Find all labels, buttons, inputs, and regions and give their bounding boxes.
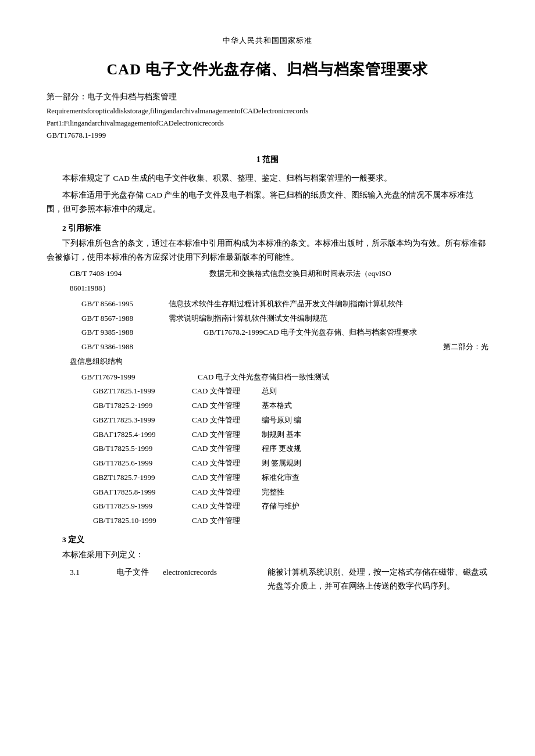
std-row-7: GB/T17825.2-1999 CAD 文件管理 基本格式 [47,399,488,413]
std-col3-13: 完整性 [262,486,284,499]
document-container: 中华人民共和国国家标准 CAD 电子文件光盘存储、归档与档案管理要求 第一部分：… [47,35,488,593]
std-col2-13: CAD 文件管理 [192,486,262,499]
std-id-3: GB/T 9385-1988 [81,326,169,339]
std-id-11: GB/T17825.6-1999 [93,457,192,470]
def-english-3-1: electronicrecords [163,565,268,593]
std-col2-10: CAD 文件管理 [192,442,262,456]
std-row-15: GB/T17825.10-1999 CAD 文件管理 [47,514,488,528]
section3-heading: 3 定义 [47,533,488,546]
std-col2-9: CAD 文件管理 [192,428,262,442]
section2-para1: 下列标准所包含的条文，通过在本标准中引用而构成为本标准的条文。本标准出版时，所示… [47,237,488,264]
std-desc-0: 数据元和交换格式信息交换日期和时间表示法（eqvISO [163,267,488,281]
std-id-8: GBZT17825.3-1999 [93,414,192,427]
standards-list: GB/T 7408-1994 数据元和交换格式信息交换日期和时间表示法（eqvI… [47,267,488,528]
std-col2-7: CAD 文件管理 [192,399,262,413]
document-subtitle: 第一部分：电子文件归档与档案管理 [47,91,488,103]
std-desc-2: 需求说明编制指南计算机软件测试文件编制规范 [169,312,488,325]
std-id-2: GB/T 8567-1988 [81,312,169,325]
std-id-6: GBZT17825.1-1999 [93,385,192,398]
std-desc-5: CAD 电子文件光盘存储归档一致性测试 [198,371,488,384]
std-id-0: GB/T 7408-1994 [70,267,163,281]
std-row-1: GB/T 8566-1995 信息技术软件生存期过程计算机软件产品开发文件编制指… [47,298,488,311]
std-id-13: GBAΓ17825.8-1999 [93,486,192,499]
section1-para2: 本标准适用于光盘存储 CAD 产生的电子文件及电子档案。将已归档的纸质文件、图纸… [47,188,488,216]
document-english-line2: Part1:FilingandarchivalmagagementofCADel… [47,118,488,129]
std-col3-6: 总则 [262,385,277,398]
std-col3-9: 制规则 基本 [262,428,301,442]
std-id-12: GBZT17825.7-1999 [93,471,192,485]
std-col2-14: CAD 文件管理 [192,500,262,513]
std-id-9: GBAΓ17825.4-1999 [93,428,192,442]
def-content-3-1: 能被计算机系统识别、处理，按一定格式存储在磁带、磁盘或光盘等介质上，并可在网络上… [268,565,488,593]
std-desc-0b: 8601:1988） [70,284,110,292]
section1-heading: 1 范围 [47,153,488,166]
std-col3-8: 编号原则 编 [262,414,301,427]
std-row-2: GB/T 8567-1988 需求说明编制指南计算机软件测试文件编制规范 [47,312,488,325]
std-row-10: GB/T17825.5-1999 CAD 文件管理 程序 更改规 [47,442,488,456]
std-row-8: GBZT17825.3-1999 CAD 文件管理 编号原则 编 [47,414,488,427]
std-col3-11: 则 签属规则 [262,457,301,470]
document-english-line1: Requirementsforopticaldiskstorage,filing… [47,106,488,117]
std-id-15: GB/T17825.10-1999 [93,514,192,528]
std-row-13: GBAΓ17825.8-1999 CAD 文件管理 完整性 [47,486,488,499]
std-col3-7: 基本格式 [262,399,292,413]
section1-para1: 本标准规定了 CAD 生成的电子文件收集、积累、整理、鉴定、归档与档案管理的一般… [47,171,488,185]
std-row-6: GBZT17825.1-1999 CAD 文件管理 总则 [47,385,488,398]
std-id-5: GB/T17679-1999 [81,371,198,384]
std-col2-11: CAD 文件管理 [192,457,262,470]
std-col2-12: CAD 文件管理 [192,471,262,485]
std-row-4b: 盘信息组织结构 [47,355,488,368]
std-row-11: GB/T17825.6-1999 CAD 文件管理 则 签属规则 [47,457,488,470]
std-row-12: GBZT17825.7-1999 CAD 文件管理 标准化审查 [47,471,488,485]
std-row-4: GB/T 9386-1988 第二部分：光 [47,341,488,354]
std-desc-4: 第二部分：光 [169,341,488,354]
std-desc-3: GB/T17678.2-1999CAD 电子文件光盘存储、归档与档案管理要求 [169,326,488,339]
std-col3-10: 程序 更改规 [262,442,301,456]
national-standard-label: 中华人民共和国国家标准 [47,35,488,47]
std-col2-6: CAD 文件管理 [192,385,262,398]
std-row-3: GB/T 9385-1988 GB/T17678.2-1999CAD 电子文件光… [47,326,488,339]
std-row-9: GBAΓ17825.4-1999 CAD 文件管理 制规则 基本 [47,428,488,442]
std-desc-1: 信息技术软件生存期过程计算机软件产品开发文件编制指南计算机软件 [169,298,488,311]
std-row-0: GB/T 7408-1994 数据元和交换格式信息交换日期和时间表示法（eqvI… [47,267,488,281]
std-id-10: GB/T17825.5-1999 [93,442,192,456]
std-row-14: GB/T17825.9-1999 CAD 文件管理 存储与维护 [47,500,488,513]
section2-heading: 2 引用标准 [47,222,488,235]
std-row-0b: 8601:1988） [47,282,488,295]
std-id-7: GB/T17825.2-1999 [93,399,192,413]
def-term-3-1: 电子文件 [105,565,163,593]
document-standard-id: GB/T17678.1-1999 [47,130,488,142]
std-id-4: GB/T 9386-1988 [81,341,169,354]
section3-para1: 本标准采用下列定义： [47,548,488,562]
std-col2-8: CAD 文件管理 [192,414,262,427]
std-col2-15: CAD 文件管理 [192,514,262,528]
std-row-5: GB/T17679-1999 CAD 电子文件光盘存储归档一致性测试 [47,371,488,384]
def-num-3-1: 3.1 [70,565,105,593]
definition-3-1: 3.1 电子文件 electronicrecords 能被计算机系统识别、处理，… [47,565,488,593]
document-main-title: CAD 电子文件光盘存储、归档与档案管理要求 [47,58,488,82]
std-col3-14: 存储与维护 [262,500,299,513]
std-id-1: GB/T 8566-1995 [81,298,169,311]
std-col3-12: 标准化审查 [262,471,299,485]
std-id-14: GB/T17825.9-1999 [93,500,192,513]
std-desc-4b: 盘信息组织结构 [70,357,123,366]
